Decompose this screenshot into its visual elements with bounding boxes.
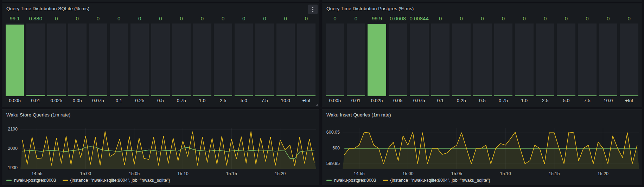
bar-gauge-column: 0+Inf [620,14,638,105]
panel-title-postgres[interactable]: Query Time Distribution Postgres (% ms) [322,3,642,14]
bucket-label: +Inf [297,96,315,105]
bar [557,24,575,96]
legend-swatch-icon [383,180,388,181]
bar-gauge-column: 00.75 [172,14,191,105]
bucket-label: 5.0 [235,96,253,105]
bar [599,24,618,96]
bar [297,24,315,96]
panel-menu-button[interactable] [308,5,318,14]
bar-value-label: 0 [494,14,513,24]
bucket-label: 0.025 [47,96,65,105]
legend-label: nwaku-postgres:8003 [14,178,56,183]
bar-gauge-postgres[interactable]: 00.00500.0199.90.0250.06080.050.008440.0… [326,14,638,105]
bar-value-label: 0 [515,14,534,24]
bar-fill [235,95,253,96]
bar-gauge-column: 00.05 [68,14,87,105]
bar [151,24,170,96]
legend-label: {instance="nwaku-sqlite:8004", job="nwak… [70,178,170,183]
bar-fill [326,95,344,96]
bar-value-label: 0 [130,14,149,24]
panel-title-insert[interactable]: Waku Insert Queries (1m rate) [322,109,642,120]
bar [347,24,365,96]
legend-item[interactable]: nwaku-postgres:8003 [6,178,56,183]
panel-title-store[interactable]: Waku Store Queries (1m rate) [2,109,319,120]
bar-gauge-column: 00.005 [326,14,344,105]
bar-gauge-column: 00.1 [110,14,128,105]
bar-gauge-column: 02.5 [214,14,232,105]
bar-fill [172,95,191,96]
y-axis-tick-label: 599.95 [322,161,340,166]
bucket-label: 0.75 [172,96,191,105]
bar-gauge-column: 00.25 [452,14,471,105]
bar-value-label: 0 [214,14,232,24]
bar [431,24,450,96]
panel-title-text: Waku Store Queries (1m rate) [6,112,70,118]
y-axis-tick-label: 600 [322,146,340,151]
bar-value-label: 0 [235,14,253,24]
bar-value-label: 0 [326,14,344,24]
bar-gauge-column: 0.8800.01 [26,14,45,105]
panel-query-time-sqlite: Query Time Distribution SQLite (% ms) 99… [2,3,319,107]
bar [110,24,128,96]
bar-value-label: 99.1 [6,14,24,24]
bar-gauge-column: 00.5 [473,14,492,105]
y-axis-tick-label: 1900 [2,165,18,170]
panel-title-sqlite[interactable]: Query Time Distribution SQLite (% ms) [2,3,319,14]
bar-fill [26,95,45,96]
cropped-panel-edge [322,0,642,2]
bucket-label: 2.5 [536,96,555,105]
bar-gauge-column: 00.75 [494,14,513,105]
bar-fill [193,95,211,96]
legend-item[interactable]: nwaku-postgres:8003 [326,178,376,183]
bar [172,24,191,96]
bucket-label: 0.75 [494,96,513,105]
bar [6,24,24,96]
bar-fill [599,95,618,96]
bucket-label: 1.0 [515,96,534,105]
bar-fill [410,95,429,96]
time-series-plot-insert[interactable] [343,128,639,169]
bar-fill [473,95,492,96]
legend-swatch-icon [63,180,68,181]
bar [68,24,87,96]
bar-gauge-column: 0.008440.075 [410,14,429,105]
bar-fill [47,95,65,96]
bar-value-label: 0.880 [26,14,45,24]
bucket-label: 5.0 [557,96,575,105]
bar-value-label: 0 [193,14,211,24]
bar [130,24,149,96]
bar-fill [620,95,638,96]
legend-item[interactable]: {instance="nwaku-sqlite:8004", job="nwak… [63,178,170,183]
panel-waku-insert-queries: Waku Insert Queries (1m rate) nwaku-post… [322,109,642,185]
bar-gauge-column: 00.25 [130,14,149,105]
bar-gauge-column: 02.5 [536,14,555,105]
bar [47,24,65,96]
bar [620,24,638,96]
bar [235,24,253,96]
bucket-label: 0.1 [431,96,450,105]
panel-waku-store-queries: Waku Store Queries (1m rate) nwaku-postg… [2,109,319,185]
x-axis-tick-label: 15:20 [592,171,614,176]
bar-value-label: 0 [110,14,128,24]
bar-fill [452,95,471,96]
panel-resize-handle[interactable] [315,103,318,106]
bar-fill [578,95,597,96]
bar-gauge-column: 99.10.005 [6,14,24,105]
legend-item[interactable]: {instance="nwaku-sqlite:8004", job="nwak… [383,178,490,183]
bar-value-label: 0 [151,14,170,24]
bar-fill [214,95,232,96]
bucket-label: 0.05 [389,96,407,105]
bar [410,24,429,96]
bar-gauge-column: 010.0 [599,14,618,105]
bar-fill [276,95,295,96]
bar-gauge-sqlite[interactable]: 99.10.0050.8800.0100.02500.0500.07500.10… [6,14,315,105]
bar-value-label: 0 [578,14,597,24]
bar-value-label: 0 [599,14,618,24]
bucket-label: 0.005 [326,96,344,105]
bucket-label: 10.0 [599,96,618,105]
bar-value-label: 0 [431,14,450,24]
x-axis-tick-label: 15:05 [445,171,468,176]
bucket-label: 0.075 [89,96,107,105]
time-series-plot-store[interactable] [20,128,316,169]
bar [26,24,45,96]
